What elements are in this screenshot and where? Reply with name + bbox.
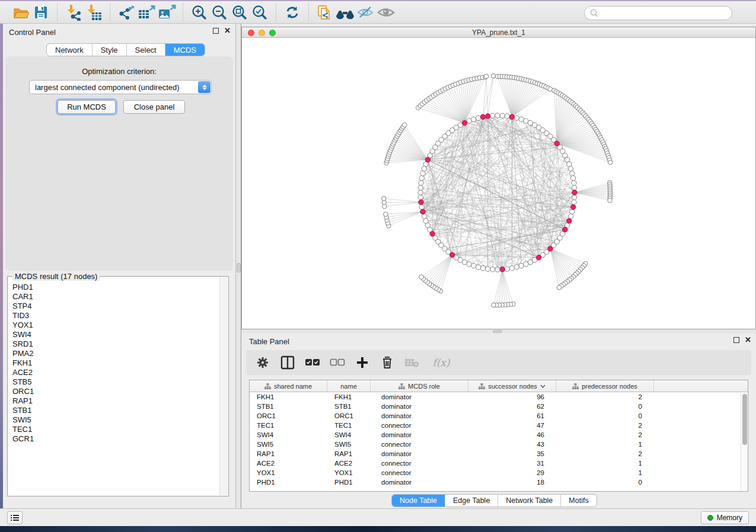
show-graphics-icon[interactable] [375,4,395,21]
apply-layout-icon[interactable] [282,4,302,21]
float-panel-icon[interactable] [733,337,739,343]
result-node-item[interactable]: TEC1 [8,425,220,434]
open-session-icon[interactable] [11,4,31,21]
table-body: FKH1FKH1dominator962STB1STB1dominator620… [250,392,748,487]
run-mcds-button[interactable]: Run MCDS [58,100,116,114]
export-table-icon[interactable] [136,4,157,21]
table-row[interactable]: YOX1YOX1connector291 [250,468,748,477]
table-row[interactable]: FKH1FKH1dominator962 [250,392,748,402]
column-label: predecessor nodes [582,383,637,390]
first-neighbors-icon[interactable] [335,4,355,21]
horizontal-splitter[interactable] [241,329,756,334]
table-row[interactable]: SWI5SWI5connector431 [250,440,748,449]
column-header-predecessor-nodes[interactable]: predecessor nodes [556,380,654,392]
table-cell: 0 [556,411,654,421]
column-header-name[interactable]: name [327,380,371,392]
zoom-out-icon[interactable] [209,4,229,21]
maximize-window-icon[interactable] [269,30,276,36]
import-table-icon[interactable] [84,4,104,21]
column-header-shared-name[interactable]: shared name [250,380,327,392]
select-all-icon[interactable] [305,355,320,370]
export-image-icon[interactable] [157,4,177,21]
close-window-icon[interactable] [248,30,254,36]
hide-graphics-icon[interactable] [355,4,375,21]
task-history-button[interactable] [7,511,23,524]
vertical-splitter[interactable] [235,24,241,508]
zoom-fit-icon[interactable] [229,4,250,21]
result-scrollbar[interactable] [219,277,228,495]
result-node-item[interactable]: PMA2 [8,349,220,358]
splitter-handle[interactable] [493,330,502,333]
table-row[interactable]: PHD1PHD1dominator180 [250,477,748,487]
table-row[interactable]: STB1STB1dominator620 [250,402,748,411]
mcds-result-list[interactable]: PHD1CAR1STP4TID3YOX1SWI4SRD1PMA2FKH1ACE2… [8,283,220,495]
tab-style[interactable]: Style [92,44,127,56]
tab-network[interactable]: Network [47,44,92,56]
table-row[interactable]: TEC1TEC1connector472 [250,421,748,430]
result-node-item[interactable]: SWI5 [8,415,220,425]
table-row[interactable]: ACE2ACE2connector311 [250,459,748,468]
table-options-gear-icon[interactable] [255,355,270,370]
network-canvas[interactable] [242,38,755,329]
search-input[interactable] [584,6,732,20]
add-row-icon[interactable] [355,355,370,370]
delete-row-icon[interactable] [379,355,395,370]
close-panel-icon[interactable]: ✕ [224,28,231,34]
table-cell: RAP1 [250,449,327,459]
close-panel-button[interactable]: Close panel [123,100,185,114]
result-node-item[interactable]: FKH1 [8,358,220,368]
table-row[interactable]: SWI4SWI4dominator462 [250,430,748,440]
tab-network-table[interactable]: Network Table [498,495,561,507]
result-node-item[interactable]: ACE2 [8,368,220,377]
table-row[interactable]: ORC1ORC1dominator610 [250,411,748,421]
memory-button[interactable]: Memory [701,511,749,524]
result-node-item[interactable]: SRD1 [8,339,220,349]
table-panel-tabs: Node TableEdge TableNetwork TableMotifs [391,494,597,507]
result-node-item[interactable]: TID3 [8,311,220,321]
show-columns-icon[interactable] [280,355,295,370]
node-table[interactable]: shared namenameMCDS rolesuccessor nodesp… [249,380,748,492]
tab-edge-table[interactable]: Edge Table [445,495,498,507]
zoom-selected-icon[interactable] [250,4,270,21]
tab-select[interactable]: Select [127,44,165,56]
deselect-all-icon[interactable] [330,355,345,370]
result-node-item[interactable]: PHD1 [8,283,220,292]
table-scrollbar[interactable] [741,393,748,491]
tab-mcds[interactable]: MCDS [165,44,205,56]
result-node-item[interactable]: SWI4 [8,330,220,339]
result-node-item[interactable]: YOX1 [8,321,220,330]
table-cell: 1 [556,459,654,468]
result-node-item[interactable]: CAR1 [8,292,220,302]
result-node-item[interactable]: RAP1 [8,396,220,406]
scrollbar-thumb[interactable] [742,394,747,445]
tab-motifs[interactable]: Motifs [561,495,596,507]
delete-table-icon[interactable] [404,355,420,370]
result-node-item[interactable]: ORC1 [8,387,220,396]
result-node-item[interactable]: GCR1 [8,434,220,444]
column-header-MCDS-role[interactable]: MCDS role [371,380,468,392]
export-network-icon[interactable] [116,4,136,21]
function-builder-icon[interactable]: f(x) [429,355,453,370]
column-label: MCDS role [408,383,440,390]
duplicate-network-icon[interactable] [315,4,335,21]
splitter-handle[interactable] [237,263,241,273]
zoom-in-icon[interactable] [189,4,209,21]
criterion-dropdown[interactable]: largest connected component (undirected) [29,80,212,94]
save-session-icon[interactable] [31,4,51,21]
table-cell: SWI4 [250,430,327,440]
table-cell: dominator [371,411,468,421]
result-node-item[interactable]: STP4 [8,302,220,311]
table-row[interactable]: RAP1RAP1dominator352 [250,449,748,459]
result-node-item[interactable]: STB1 [8,406,220,415]
close-panel-icon[interactable]: ✕ [745,337,751,343]
minimize-window-icon[interactable] [259,30,265,36]
float-panel-icon[interactable] [213,28,219,34]
network-window-titlebar[interactable]: YPA_prune.txt_1 [242,27,755,38]
column-header-successor-nodes[interactable]: successor nodes [468,380,556,392]
tab-node-table[interactable]: Node Table [392,495,445,507]
table-cell: connector [371,421,468,430]
column-type-icon [479,383,485,389]
import-network-icon[interactable] [63,4,84,21]
table-cell: connector [371,468,468,477]
result-node-item[interactable]: STB5 [8,377,220,387]
